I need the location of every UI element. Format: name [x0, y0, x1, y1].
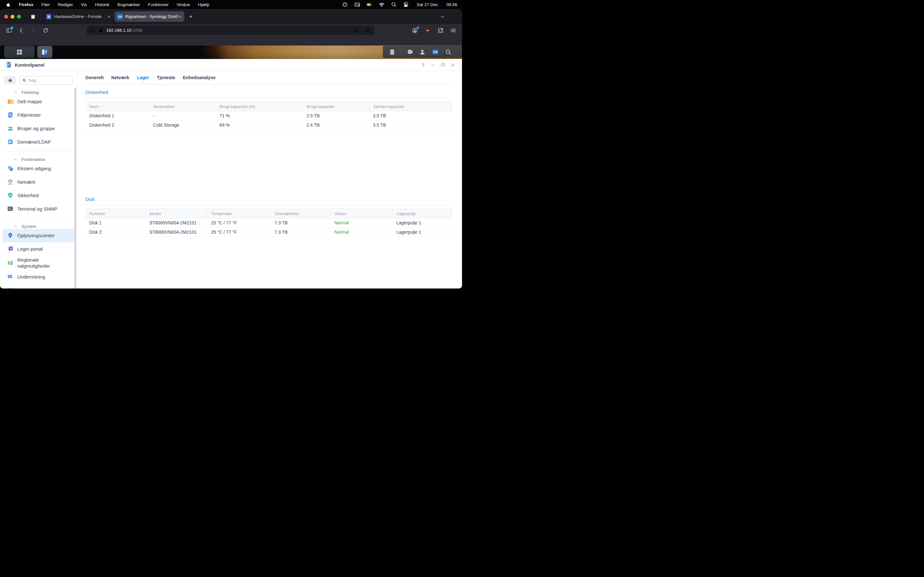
column-header[interactable]: Brugt kapacitet — [302, 102, 369, 111]
traffic-zoom-button[interactable] — [17, 15, 21, 19]
tab-close-icon[interactable]: × — [178, 14, 182, 19]
widgets-panel-icon[interactable] — [431, 48, 439, 55]
sidebar-item-terminal-snmp[interactable]: Terminal og SNMP — [3, 202, 74, 216]
search-input[interactable] — [28, 78, 70, 83]
sidebar-scrollbar[interactable] — [74, 87, 76, 288]
sidebar-item-label: Hardware og strøm — [17, 287, 58, 288]
chat-icon[interactable] — [407, 49, 414, 55]
ublock-origin-icon[interactable]: uO — [425, 27, 431, 34]
table-cell — [451, 111, 452, 121]
traffic-close-button[interactable] — [4, 15, 8, 19]
sidebar-item-info-center[interactable]: Oplysningscenter — [3, 229, 74, 242]
tab-lager[interactable]: Lager — [137, 75, 149, 84]
translate-icon[interactable]: A — [354, 27, 360, 33]
app-drawer-button[interactable] — [4, 46, 35, 58]
user-icon[interactable] — [419, 49, 426, 55]
table-row[interactable]: Diskenhed 1-71 %2.5 TB3.5 TB — [86, 111, 452, 121]
sidebar-item-file-services[interactable]: Filtjenester — [3, 108, 74, 122]
column-header[interactable] — [451, 102, 452, 111]
home-button[interactable] — [4, 76, 16, 85]
column-header[interactable]: Temperatur — [207, 209, 271, 218]
column-header[interactable]: Samlet kapacitet — [369, 102, 451, 111]
column-header[interactable]: Nummer — [86, 209, 145, 218]
tab-close-icon[interactable]: × — [107, 14, 111, 19]
tab-title: Rigsarkivet - Synology DiskStati — [125, 14, 178, 19]
column-header[interactable] — [451, 209, 452, 218]
sidebar-item-shared-folder[interactable]: Delt mappe — [3, 95, 74, 108]
bookmark-star-icon[interactable] — [365, 27, 371, 33]
menu-item-hjælp[interactable]: Hjælp — [198, 2, 209, 7]
sidebar-item-user-group[interactable]: Bruger og gruppe — [3, 122, 74, 135]
menu-item-rediger[interactable]: Rediger — [58, 2, 73, 7]
time-machine-icon[interactable] — [342, 2, 348, 8]
sidebar-item-domain-ldap[interactable]: Domæne/LDAP — [3, 135, 74, 149]
search-dsm-icon[interactable] — [445, 49, 452, 55]
column-header[interactable]: Model — [145, 209, 207, 218]
menu-item-bogmærker[interactable]: Bogmærker — [118, 2, 140, 7]
list-all-tabs-chevron-icon[interactable] — [439, 14, 445, 19]
sidebar-item-security[interactable]: Sikkerhed — [3, 189, 74, 202]
forward-button[interactable] — [30, 27, 37, 34]
browser-tab-2[interactable]: DSMRigsarkivet - Synology DiskStati× — [115, 11, 184, 22]
account-icon[interactable] — [412, 27, 418, 34]
menu-item-vis[interactable]: Vis — [81, 2, 87, 7]
sidebar-section-2[interactable]: System — [0, 224, 77, 229]
table-row[interactable]: Diskenhed 2Cold Storage69 %2.4 TB3.5 TB — [86, 121, 452, 130]
control-panel-taskbar-button[interactable] — [37, 46, 52, 58]
sidebar-section-1[interactable]: Forbindelse — [0, 157, 77, 162]
column-header[interactable]: Beskrivelse — [149, 102, 216, 111]
help-button[interactable]: ? — [420, 62, 426, 68]
sidebar-item-external-access[interactable]: Ekstern adgang — [3, 162, 74, 175]
external-access-icon — [7, 165, 14, 172]
extensions-puzzle-icon[interactable] — [437, 27, 444, 34]
restore-button[interactable] — [440, 62, 446, 68]
sidebar-search[interactable] — [19, 76, 73, 85]
firefox-view-icon[interactable] — [30, 13, 36, 20]
menu-app-name[interactable]: Firefox — [19, 2, 33, 7]
column-header[interactable]: Status — [330, 209, 393, 218]
reload-button[interactable] — [42, 27, 49, 34]
column-header[interactable]: Brugt kapacitet (%) — [216, 102, 302, 111]
table-row[interactable]: Disk 2ST8000VN004-2M210125 °C / 77 °F7.3… — [86, 227, 452, 237]
column-header[interactable]: Navn — [86, 102, 149, 111]
keyboard-icon[interactable]: ⌘ — [354, 2, 360, 8]
column-header[interactable]: Lagerpulje — [393, 209, 451, 218]
column-header[interactable]: Diskstørrelse — [271, 209, 330, 218]
sidebar-item-network[interactable]: Netværk — [3, 175, 74, 189]
sidebar-item-regional-options[interactable]: Regionale valgmuligheder — [3, 256, 74, 271]
storage-manager-icon[interactable] — [389, 49, 396, 55]
menu-item-historik[interactable]: Historik — [95, 2, 110, 7]
new-tab-button[interactable]: + — [189, 13, 192, 20]
menu-item-funktioner[interactable]: Funktioner — [148, 2, 169, 7]
table-cell: 7.3 TB — [271, 227, 330, 237]
sidebar-section-0[interactable]: Fildeling — [0, 90, 77, 95]
hamburger-menu-icon[interactable] — [450, 27, 457, 34]
sidebar-item-label: Domæne/LDAP — [17, 139, 51, 145]
tab-generelt[interactable]: Generelt — [86, 75, 103, 84]
section-heading: Diskenhed — [86, 89, 452, 95]
sidebar-item-notification[interactable]: Underretning — [3, 271, 74, 284]
wifi-icon[interactable] — [379, 2, 384, 8]
menu-item-vindue[interactable]: Vindue — [176, 2, 190, 7]
menu-item-filer[interactable]: Filer — [41, 2, 50, 7]
search-icon[interactable] — [391, 2, 397, 8]
back-button[interactable] — [18, 27, 24, 34]
browser-tab-1[interactable]: hHardwareOnline - Forside× — [43, 11, 113, 22]
tab-tjeneste[interactable]: Tjeneste — [157, 75, 175, 84]
close-button[interactable] — [450, 62, 456, 68]
battery-icon[interactable] — [367, 2, 373, 8]
control-center-icon[interactable] — [403, 2, 409, 8]
sidebar-toggle-icon[interactable] — [6, 27, 12, 34]
lock-icon[interactable] — [98, 27, 103, 33]
sidebar-item-hardware-power[interactable]: 1Hardware og strøm — [3, 284, 74, 289]
tab-enhedsanalyse[interactable]: Enhedsanalyse — [183, 75, 216, 84]
sidebar-item-login-portal[interactable]: Login-portal — [3, 242, 74, 256]
shield-icon[interactable] — [90, 27, 95, 33]
table-row[interactable]: Disk 1ST8000VN004-2M210125 °C / 77 °F7.3… — [86, 218, 452, 227]
account-notification-dot — [417, 27, 419, 29]
apple-menu-icon[interactable] — [6, 2, 11, 8]
traffic-minimize-button[interactable] — [11, 15, 15, 19]
minimize-button[interactable] — [430, 62, 436, 68]
url-bar[interactable]: 192.168.1.10:1008 A — [87, 26, 375, 35]
tab-netværk[interactable]: Netværk — [111, 75, 129, 84]
